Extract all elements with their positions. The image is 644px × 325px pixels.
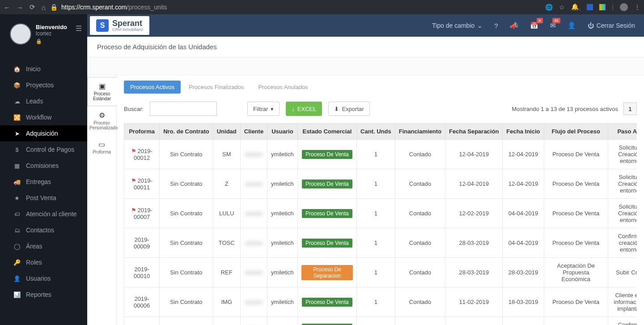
- sidebar-item-inicio[interactable]: 🏠Inicio: [0, 61, 87, 77]
- logo[interactable]: S Sperant CRM Inmobiliario: [90, 16, 149, 35]
- flag-icon: ⚑: [131, 177, 136, 184]
- sidebar-item-reportes[interactable]: 📊Reportes: [0, 287, 87, 303]
- cell-estado: Proceso De Separacion: [297, 258, 356, 287]
- sidebar-item-workflow[interactable]: 🔀Workflow: [0, 109, 87, 125]
- col-fecha-inicio[interactable]: Fecha Inicio: [503, 124, 544, 140]
- tab-procesos-anulados[interactable]: Procesos Anulados: [252, 81, 314, 94]
- star-icon[interactable]: ☆: [559, 4, 565, 11]
- tab-procesos-finalizados[interactable]: Procesos Finalizados: [182, 81, 250, 94]
- sidebar-item-proyectos[interactable]: 📦Proyectos: [0, 77, 87, 93]
- cell-contrato: Sin Contrato: [160, 140, 213, 169]
- nav-reload-icon[interactable]: ⟳: [30, 3, 35, 11]
- nav-forward-icon[interactable]: →: [17, 4, 23, 11]
- export-button[interactable]: ⬇ Exportar: [328, 102, 369, 116]
- logout-button[interactable]: ⏻ Cerrar Sesión: [588, 22, 635, 29]
- vtab-proceso-estándar[interactable]: ▣ProcesoEstándar: [87, 77, 117, 106]
- help-icon[interactable]: ?: [494, 22, 498, 30]
- cell-contrato: Sin Contrato: [160, 317, 213, 325]
- cell-usuario: ymiletich: [267, 317, 298, 325]
- cell-fsep: 11-02-2019: [445, 287, 503, 317]
- sidebar-item-control-de-pagos[interactable]: $Control de Pagos: [0, 141, 87, 158]
- sidebar-item-adquisición[interactable]: ➤Adquisición: [0, 125, 87, 141]
- tab-procesos-activos[interactable]: Procesos Activos: [124, 81, 181, 94]
- table-row[interactable]: 2019-00010Sin ContratoREFxxxxxxymiletich…: [124, 258, 637, 287]
- ext-notify-icon[interactable]: 🔔1: [571, 3, 580, 12]
- cell-contrato: Sin Contrato: [160, 169, 213, 199]
- col-paso-act[interactable]: Paso Act: [608, 124, 637, 140]
- col-financiamiento[interactable]: Financiamiento: [395, 124, 445, 140]
- col-cliente[interactable]: Cliente: [240, 124, 267, 140]
- table-row[interactable]: ⚑2019-00012Sin ContratoSMxxxxxxymiletich…: [124, 140, 637, 169]
- sidebar-item-entregas[interactable]: 🚚Entregas: [0, 174, 87, 190]
- sidebar-toggle-icon[interactable]: ☰: [76, 24, 82, 33]
- vtab-icon: ▣: [89, 82, 114, 90]
- sidebar-item-label: Usuarios: [26, 275, 51, 282]
- cell-contrato: Sin Contrato: [160, 287, 213, 317]
- sidebar-item-label: Comisiones: [26, 162, 59, 169]
- col-unidad[interactable]: Unidad: [213, 124, 240, 140]
- cell-estado: Proceso De Venta: [297, 140, 356, 169]
- cell-usuario: ymiletich: [267, 258, 298, 287]
- browser-menu-icon[interactable]: ⋮: [634, 4, 640, 11]
- cell-proforma: 2019-00006: [124, 287, 160, 317]
- cell-fini: 12-04-2019: [503, 169, 544, 199]
- ext-bookmark-icon[interactable]: [587, 4, 593, 10]
- cell-usuario: ymiletich: [267, 228, 298, 258]
- col-flujo-del-proceso[interactable]: Flujo del Proceso: [544, 124, 608, 140]
- table-row[interactable]: ⚑2019-00007Sin ContratoLULUxxxxxxymileti…: [124, 199, 637, 228]
- cell-fsep: 12-04-2019: [445, 140, 503, 169]
- sidebar-item-label: Reportes: [26, 291, 51, 298]
- search-input[interactable]: [150, 102, 217, 116]
- sidebar-item-post-venta[interactable]: ★Post Venta: [0, 190, 87, 206]
- ext-color-icon[interactable]: [599, 4, 606, 10]
- col-fecha-separaci-n[interactable]: Fecha Separación: [445, 124, 503, 140]
- cell-cliente: xxxxxx: [240, 169, 267, 199]
- url-path: /process_units: [127, 4, 167, 11]
- vtab-proceso-personalizado[interactable]: ⚙ProcesoPersonalizado: [87, 106, 116, 135]
- cell-cant: 1: [357, 317, 395, 325]
- col-nro-de-contrato[interactable]: Nro. de Contrato: [160, 124, 213, 140]
- sidebar-item-usuarios[interactable]: 👤Usuarios: [0, 270, 87, 287]
- cell-cliente: xxxxxx: [240, 258, 267, 287]
- col-usuario[interactable]: Usuario: [267, 124, 298, 140]
- filter-button[interactable]: Filtrar ▾: [247, 102, 280, 116]
- cell-cant: 1: [357, 169, 395, 199]
- calendar-icon[interactable]: 📅9: [530, 21, 538, 30]
- cell-proforma: ⚑2019-: [124, 317, 160, 325]
- profile-avatar-icon[interactable]: [620, 3, 628, 11]
- table-row[interactable]: 2019-00009Sin ContratoTOSCxxxxxxymiletic…: [124, 228, 637, 258]
- cell-cliente: xxxxxx: [240, 199, 267, 228]
- export-icon: ⬇: [334, 106, 339, 112]
- excel-button[interactable]: ↓ EXCEL: [286, 102, 322, 116]
- nav-home-icon[interactable]: ⌂: [42, 4, 46, 11]
- user-icon[interactable]: 👤: [568, 21, 576, 30]
- col-cant-unds[interactable]: Cant. Unds: [357, 124, 395, 140]
- translate-icon[interactable]: 🌐: [545, 4, 553, 11]
- cell-fin: Contado: [395, 287, 445, 317]
- page-number-input[interactable]: [623, 103, 637, 115]
- url-bar[interactable]: 🔒 https://crm.sperant.com/process_units: [50, 4, 541, 11]
- mail-icon[interactable]: ✉49: [550, 21, 556, 30]
- table-row[interactable]: ⚑2019-00011Sin ContratoZxxxxxxymiletichP…: [124, 169, 637, 199]
- cell-usuario: ymiletich: [267, 169, 298, 199]
- col-proforma[interactable]: Proforma: [124, 124, 160, 140]
- col-estado-comercial[interactable]: Estado Comercial: [297, 124, 356, 140]
- sidebar-icon: ➤: [13, 130, 21, 137]
- user-avatar[interactable]: [10, 23, 31, 45]
- sidebar-item-roles[interactable]: 🔑Roles: [0, 254, 87, 270]
- sidebar-item-comisiones[interactable]: ▦Comisiones: [0, 158, 87, 174]
- cell-flujo: Proceso De Venta: [544, 140, 608, 169]
- mail-badge: 49: [552, 18, 560, 23]
- cell-estado: Proceso De Venta: [297, 228, 356, 258]
- table-row[interactable]: 2019-00006Sin ContratoIMGxxxxxxymiletich…: [124, 287, 637, 317]
- announce-icon[interactable]: 📣: [510, 21, 518, 30]
- vtab-proforma-x[interactable]: ▭Proforma: [87, 135, 116, 159]
- sidebar-item-leads[interactable]: ☁Leads: [0, 93, 87, 109]
- sidebar-item-atención-al-cliente[interactable]: 🏷Atención al cliente: [0, 206, 87, 222]
- sidebar-item-áreas[interactable]: ◯Áreas: [0, 238, 87, 254]
- tipo-cambio-dropdown[interactable]: Tipo de cambio ⌄: [432, 22, 483, 29]
- sidebar-item-contactos[interactable]: 🗂Contactos: [0, 222, 87, 238]
- sidebar-icon: ☁: [13, 98, 21, 105]
- nav-back-icon[interactable]: ←: [4, 4, 10, 11]
- table-row[interactable]: ⚑2019-Sin ContratoPLxxxxxxymiletichProce…: [124, 317, 637, 325]
